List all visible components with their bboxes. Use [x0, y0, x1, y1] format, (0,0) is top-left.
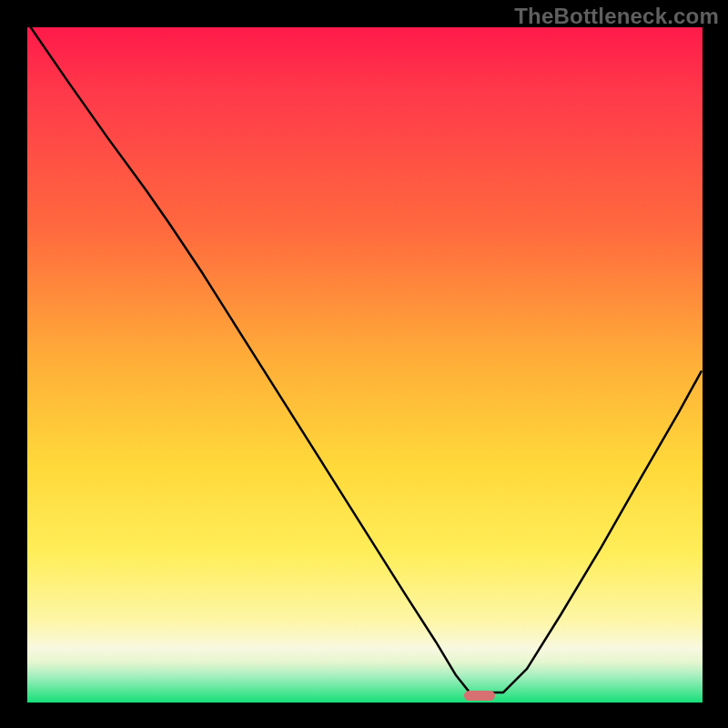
curve-svg — [27, 27, 703, 703]
watermark-text: TheBottleneck.com — [514, 4, 719, 29]
chart-container: TheBottleneck.com — [0, 0, 728, 728]
plot-area — [27, 27, 703, 703]
bottleneck-curve — [31, 27, 702, 693]
optimal-marker — [464, 691, 495, 701]
